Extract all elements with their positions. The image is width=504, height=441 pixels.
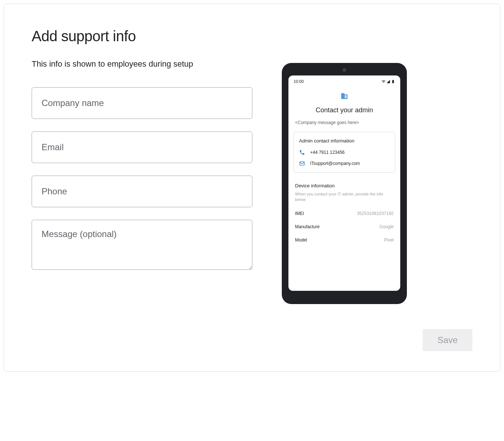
model-label: Model	[295, 237, 307, 243]
add-support-info-panel: Add support info This info is shown to e…	[4, 4, 500, 372]
wifi-icon	[381, 80, 386, 84]
company-message-placeholder: <Company message goes here>	[294, 120, 395, 125]
admin-contact-title: Admin contact information	[299, 138, 390, 144]
contact-title: Contact your admin	[294, 106, 395, 114]
admin-email-row: ITsupport@company.com	[299, 160, 390, 166]
page-title: Add support info	[32, 28, 252, 45]
admin-phone-value: +44 7911 123456	[310, 150, 345, 155]
mail-icon	[299, 160, 305, 166]
message-textarea[interactable]	[32, 220, 252, 270]
device-info-title: Device information	[294, 183, 395, 188]
email-input[interactable]	[32, 131, 252, 163]
imei-label: IMEI	[295, 211, 304, 216]
status-bar: 10:00	[294, 79, 395, 84]
device-model-row: Model Pixel	[294, 237, 395, 243]
admin-contact-card: Admin contact information +44 7911 12345…	[294, 132, 395, 173]
status-icons	[381, 80, 395, 84]
imei-value: 352531081037192	[357, 211, 394, 216]
battery-icon	[391, 80, 395, 84]
phone-screen: 10:00 Contact your admin <Compa	[288, 75, 400, 291]
admin-phone-row: +44 7911 123456	[299, 149, 390, 155]
phone-preview: 10:00 Contact your admin <Compa	[282, 28, 407, 304]
building-icon	[341, 92, 348, 101]
status-time: 10:00	[294, 79, 304, 84]
phone-frame: 10:00 Contact your admin <Compa	[282, 63, 407, 304]
manufacture-label: Manufacture	[295, 224, 320, 229]
device-imei-row: IMEI 352531081037192	[294, 211, 395, 216]
device-info-help: When you contact your IT admin, provide …	[294, 191, 395, 203]
model-value: Pixel	[384, 237, 394, 243]
form-column: Add support info This info is shown to e…	[32, 28, 252, 304]
save-button[interactable]: Save	[423, 329, 472, 351]
phone-icon	[299, 149, 305, 155]
device-manufacture-row: Manufacture Google	[294, 224, 395, 229]
admin-email-value: ITsupport@company.com	[310, 161, 360, 166]
signal-icon	[386, 80, 390, 84]
page-subtitle: This info is shown to employees during s…	[32, 59, 252, 69]
phone-input[interactable]	[32, 176, 252, 207]
manufacture-value: Google	[379, 224, 394, 229]
company-name-input[interactable]	[32, 87, 252, 119]
contact-header: Contact your admin	[294, 92, 395, 114]
phone-camera-dot	[342, 68, 346, 72]
